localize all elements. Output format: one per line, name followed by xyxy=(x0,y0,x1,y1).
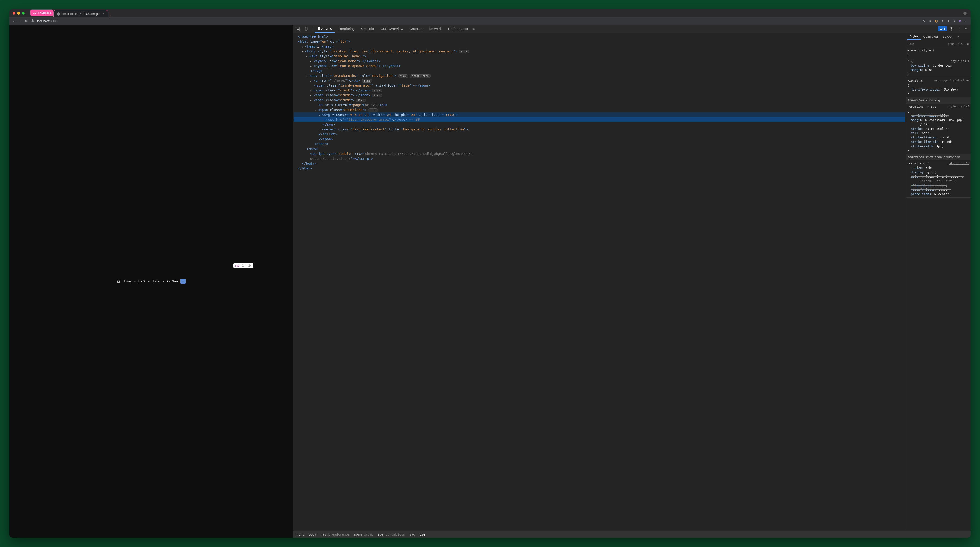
hov-toggle[interactable]: :hov xyxy=(948,42,955,46)
tab-elements[interactable]: Elements xyxy=(315,25,335,33)
dom-line: <span class="crumb">…</span>flex xyxy=(294,93,905,98)
trail-item: body xyxy=(309,533,316,536)
dom-line: </span> xyxy=(294,142,905,146)
dom-line: </body> xyxy=(294,161,905,166)
chevron-down-icon[interactable] xyxy=(162,279,165,283)
inherited-label: Inherited from svg xyxy=(906,97,971,104)
tab-cssoverview[interactable]: CSS Overview xyxy=(378,25,406,32)
issues-count: 1 xyxy=(944,27,945,30)
extension-icon[interactable] xyxy=(963,12,967,15)
browser-tabs: GUI Challenges Breadcrumbs | GUI Challen… xyxy=(29,9,112,17)
close-button[interactable] xyxy=(13,12,15,14)
kebab-icon[interactable]: ⋮ xyxy=(956,26,962,32)
info-icon[interactable]: ⓘ xyxy=(31,19,34,23)
css-rules[interactable]: element.style { } style.css:1 * { box-si… xyxy=(906,48,971,531)
trail-item: span.crumb xyxy=(354,533,374,536)
css-rule: style.css:96 .crumbicon { --size: 3ch; d… xyxy=(906,161,971,197)
dom-line: <body style="display: flex; justify-cont… xyxy=(294,49,905,54)
forward-icon[interactable]: → xyxy=(19,19,22,23)
menu-icon[interactable]: ⋮ xyxy=(964,19,967,23)
dom-line: </svg> xyxy=(294,68,905,73)
dom-line: <a aria-current="page">On Sale</a> xyxy=(294,103,905,108)
close-tab-icon[interactable]: × xyxy=(103,12,105,16)
elements-panel[interactable]: <!DOCTYPE html> <html lang="en" dir="ltr… xyxy=(293,33,906,531)
crumb-indie[interactable]: Indie xyxy=(153,280,159,283)
tab-console[interactable]: Console xyxy=(358,25,377,32)
chevron-down-icon[interactable] xyxy=(147,279,151,283)
dom-line: <script type="module" src="chrome-extens… xyxy=(294,151,905,156)
close-devtools-icon[interactable]: ✕ xyxy=(963,26,969,32)
url-field[interactable]: localhost:3000 xyxy=(37,19,920,23)
new-tab-button[interactable]: + xyxy=(110,13,112,17)
mic-icon[interactable]: ⧉ xyxy=(959,19,961,23)
more-icon[interactable]: » xyxy=(955,33,962,40)
crumb-dropdown-highlighted[interactable] xyxy=(180,278,186,284)
tab-active[interactable]: Breadcrumbs | GUI Challenges × xyxy=(53,10,108,17)
styles-filter-bar: :hov .cls + ▣ xyxy=(906,40,971,48)
ext1-icon[interactable]: ◐ xyxy=(935,19,938,23)
bookmark-icon[interactable]: ★ xyxy=(929,19,932,23)
back-icon[interactable]: ← xyxy=(13,19,16,23)
tab-rendering[interactable]: Rendering xyxy=(336,25,357,32)
tab-layout[interactable]: Layout xyxy=(940,33,955,40)
device-icon[interactable] xyxy=(303,25,310,32)
tab-styles[interactable]: Styles xyxy=(907,33,921,40)
dom-line: <a href="./home/">…</a>flex xyxy=(294,78,905,83)
maximize-button[interactable] xyxy=(22,12,25,14)
url-host: localhost xyxy=(37,19,49,23)
crumb-rpg[interactable]: RPG xyxy=(138,280,145,283)
dom-line: <span class="crumbicon">grid xyxy=(294,108,905,112)
extensions-icon[interactable]: ✦ xyxy=(941,19,944,23)
crumb-current: On Sale xyxy=(167,280,178,283)
svg-point-3 xyxy=(951,28,952,29)
minimize-button[interactable] xyxy=(17,12,20,14)
dom-line-selected: ⋯<use href="#icon-dropdown-arrow">…</use… xyxy=(294,117,905,122)
dom-line: </select> xyxy=(294,132,905,137)
styles-panel: Styles Computed Layout » :hov .cls + ▣ xyxy=(906,33,971,531)
dom-line: <span class="crumb">…</span>flex xyxy=(294,88,905,93)
dom-line: <head>…</head> xyxy=(294,44,905,49)
tab-performance[interactable]: Performance xyxy=(445,25,471,32)
element-tooltip: svg 24 × 24 xyxy=(233,263,253,268)
svg-rect-1 xyxy=(305,27,307,30)
box-icon[interactable]: ▣ xyxy=(967,42,969,46)
trail-item: html xyxy=(296,533,304,536)
favicon-icon xyxy=(57,12,60,16)
dom-line: <select class="disguised-select" title="… xyxy=(294,127,905,132)
devtools-tabs: Elements Rendering Console CSS Overview … xyxy=(293,25,971,33)
svg-rect-2 xyxy=(940,28,942,30)
tab-sources[interactable]: Sources xyxy=(407,25,425,32)
tooltip-dimensions: 24 × 24 xyxy=(242,264,251,267)
page-viewport: svg 24 × 24 Home → RPG Indie On Sale xyxy=(9,25,293,538)
inherited-label: Inherited from span.crumbicon xyxy=(906,154,971,161)
tab-title: Breadcrumbs | GUI Challenges xyxy=(62,12,100,16)
cls-toggle[interactable]: .cls xyxy=(956,42,963,46)
tab-pinned[interactable]: GUI Challenges xyxy=(30,9,53,16)
dom-line-parent-highlighted: <svg viewBox="0 0 24 24" width="24" heig… xyxy=(294,112,905,117)
add-rule-button[interactable]: + xyxy=(964,42,966,46)
trail-item: use xyxy=(419,533,425,536)
address-icons: ⇱ ★ ◐ ✦ ▲ ≡ ⧉ ⋮ xyxy=(923,19,967,23)
url-port: :3000 xyxy=(49,19,57,23)
more-tabs-icon[interactable]: » xyxy=(472,26,477,32)
dom-line: </html> xyxy=(294,166,905,171)
readlist-icon[interactable]: ≡ xyxy=(953,19,955,23)
profile-icon[interactable]: ▲ xyxy=(947,19,950,23)
settings-icon[interactable] xyxy=(948,25,955,32)
crumb-home[interactable]: Home xyxy=(123,280,131,283)
tab-network[interactable]: Network xyxy=(426,25,444,32)
inspect-icon[interactable] xyxy=(295,25,302,32)
dom-line: <svg style="display: none;"> xyxy=(294,54,905,59)
styles-filter-input[interactable] xyxy=(908,42,929,46)
share-icon[interactable]: ⇱ xyxy=(923,19,926,23)
home-icon xyxy=(116,279,120,283)
css-rule: style.css:142 .crumbicon > svg { max-blo… xyxy=(906,104,971,154)
tab-computed[interactable]: Computed xyxy=(921,33,940,40)
reload-icon[interactable]: ⟳ xyxy=(25,19,28,23)
css-rule: user agent stylesheet :not(svg) { transf… xyxy=(906,78,971,97)
dom-line: <nav class="breadcrumbs" role="navigatio… xyxy=(294,73,905,78)
dom-line: <symbol id="icon-dropdown-arrow">…</symb… xyxy=(294,64,905,68)
address-bar: ← → ⟳ ⓘ localhost:3000 ⇱ ★ ◐ ✦ ▲ ≡ ⧉ ⋮ xyxy=(9,17,971,25)
dom-breadcrumb-trail[interactable]: html body nav.breadcrumbs span.crumb spa… xyxy=(293,531,971,538)
issues-badge[interactable]: 1 xyxy=(938,27,947,31)
